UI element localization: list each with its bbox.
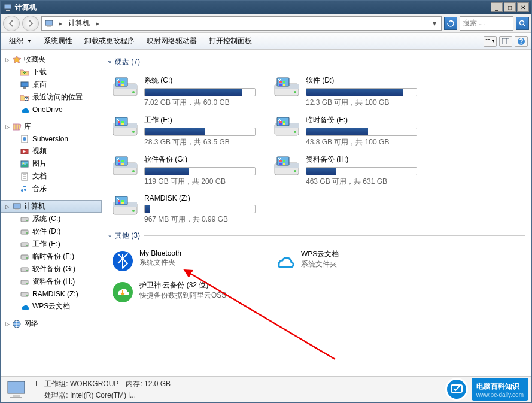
libraries-icon: [12, 122, 22, 132]
svg-rect-43: [118, 81, 120, 83]
svg-rect-98: [13, 395, 20, 397]
drive-usage-bar: [144, 88, 256, 96]
sidebar-item-drive[interactable]: 软件 (D:): [1, 225, 102, 238]
status-hostname: I: [35, 380, 37, 388]
drive-item[interactable]: 资料备份 (H:)463 GB 可用，共 631 GB: [270, 152, 419, 189]
sidebar-favorites-header[interactable]: ▷ 收藏夹: [1, 53, 102, 66]
breadcrumb[interactable]: 计算机: [67, 18, 91, 28]
uninstall-button[interactable]: 卸载或更改程序: [80, 34, 139, 48]
back-button[interactable]: [3, 16, 20, 31]
content-area: ▿ 硬盘 (7) 系统 (C:)7.02 GB 可用，共 60.0 GB软件 (…: [102, 50, 531, 376]
dropdown-icon[interactable]: ▾: [430, 19, 439, 28]
sidebar-item-drive[interactable]: 工作 (E:): [1, 238, 102, 250]
drive-item[interactable]: 临时备份 (F:)43.8 GB 可用，共 100 GB: [270, 113, 419, 150]
bluetooth-icon: [111, 249, 135, 273]
drives-group-header[interactable]: ▿ 硬盘 (7): [108, 57, 525, 67]
sidebar-item-drive[interactable]: 临时备份 (F:): [1, 250, 102, 263]
expand-icon: ▷: [5, 321, 10, 327]
computer-icon: [44, 19, 54, 28]
svg-rect-11: [23, 87, 26, 89]
sidebar-network-header[interactable]: ▷ 网络: [1, 317, 102, 330]
svg-line-5: [524, 25, 525, 26]
map-drive-button[interactable]: 映射网络驱动器: [142, 34, 202, 48]
sidebar-network-label: 网络: [24, 319, 38, 329]
preview-pane-button[interactable]: [499, 36, 512, 47]
address-bar[interactable]: ▸ 计算机 ▸ ▾: [41, 16, 442, 31]
svg-rect-10: [21, 82, 28, 87]
sidebar-item-drive[interactable]: 资料备份 (H:): [1, 275, 102, 288]
drive-usage-bar: [306, 88, 417, 96]
view-options-button[interactable]: ☷▼: [484, 36, 497, 47]
drive-free-text: 967 MB 可用，共 0.99 GB: [144, 214, 256, 225]
sidebar-item-music[interactable]: 音乐: [1, 183, 102, 195]
sidebar-libraries-label: 库: [24, 122, 31, 132]
other-item[interactable]: WPS云文档系统文件夹: [270, 247, 419, 275]
onedrive-icon: [20, 105, 29, 114]
control-panel-button[interactable]: 打开控制面板: [204, 34, 257, 48]
drive-item[interactable]: 软件备份 (G:)119 GB 可用，共 200 GB: [108, 152, 258, 189]
refresh-button[interactable]: [444, 17, 457, 30]
svg-rect-6: [502, 38, 509, 44]
svg-rect-75: [118, 160, 120, 162]
sidebar-item-recent[interactable]: 最近访问的位置: [1, 91, 102, 104]
sidebar-computer-header[interactable]: ▷ 计算机: [1, 200, 102, 213]
sidebar-item-drive[interactable]: RAMDISK (Z:): [1, 288, 102, 300]
sidebar-item-drive[interactable]: 系统 (C:): [1, 213, 102, 225]
system-properties-button[interactable]: 系统属性: [39, 34, 77, 48]
recent-icon: [20, 93, 29, 102]
cloudbackup-icon: [111, 280, 135, 304]
svg-point-14: [23, 137, 26, 141]
sidebar-item-drive[interactable]: 软件备份 (G:): [1, 263, 102, 275]
svg-rect-83: [279, 160, 282, 162]
drive-item[interactable]: 工作 (E:)28.3 GB 可用，共 63.5 GB: [108, 113, 258, 150]
svg-rect-85: [279, 163, 282, 165]
svg-rect-60: [121, 121, 124, 123]
titlebar: 计算机 _ □ ✕: [1, 1, 531, 14]
computer-large-icon: [5, 379, 29, 401]
computer-icon: [3, 2, 13, 12]
sidebar-item-subversion[interactable]: Subversion: [1, 133, 102, 145]
drive-large-icon: [111, 75, 139, 99]
sidebar-item-pictures[interactable]: 图片: [1, 157, 102, 170]
svg-rect-53: [279, 84, 282, 86]
svg-rect-44: [121, 81, 124, 83]
drive-free-text: 12.3 GB 可用，共 100 GB: [306, 98, 417, 108]
maximize-button[interactable]: □: [504, 2, 516, 12]
svg-text:?: ?: [519, 37, 523, 46]
sidebar-item-downloads[interactable]: 下载: [1, 66, 102, 78]
search-input[interactable]: 搜索 ...: [460, 16, 513, 31]
sidebar-item-documents[interactable]: 文档: [1, 170, 102, 183]
other-group-header[interactable]: ▿ 其他 (3): [108, 231, 525, 241]
chevron-down-icon: ▼: [27, 38, 32, 44]
sidebar-item-videos[interactable]: 视频: [1, 145, 102, 157]
chevron-right-icon: ▸: [56, 19, 65, 28]
search-button[interactable]: [516, 17, 529, 30]
drive-item[interactable]: 系统 (C:)7.02 GB 可用，共 60.0 GB: [108, 73, 258, 110]
svg-rect-3: [47, 26, 51, 27]
organize-menu[interactable]: 组织▼: [4, 34, 37, 48]
sidebar-item-onedrive[interactable]: OneDrive: [1, 104, 102, 116]
svg-rect-0: [4, 4, 11, 9]
svg-point-73: [132, 170, 135, 172]
cloud-icon: [20, 302, 29, 311]
help-button[interactable]: ?: [515, 36, 528, 47]
drive-name: 临时备份 (F:): [306, 115, 417, 125]
other-subtitle: 系统文件夹: [301, 259, 339, 269]
other-item[interactable]: My Bluetooth系统文件夹: [108, 247, 258, 275]
drive-large-icon: [272, 75, 301, 99]
drive-item[interactable]: 软件 (D:)12.3 GB 可用，共 100 GB: [270, 73, 419, 110]
svg-point-57: [132, 131, 135, 133]
other-item[interactable]: 护卫神·云备份 (32 位)快捷备份数据到阿里云OSS: [108, 278, 258, 307]
svg-rect-91: [118, 200, 120, 202]
sidebar-item-drive[interactable]: WPS云文档: [1, 300, 102, 313]
drive-large-icon: [111, 154, 139, 178]
sidebar-libraries-header[interactable]: ▷ 库: [1, 120, 102, 133]
close-button[interactable]: ✕: [517, 2, 529, 12]
sidebar-item-desktop[interactable]: 桌面: [1, 78, 102, 91]
other-name: My Bluetooth: [139, 249, 181, 257]
forward-button[interactable]: [22, 16, 39, 31]
drive-item[interactable]: RAMDISK (Z:)967 MB 可用，共 0.99 GB: [108, 192, 258, 227]
svg-rect-54: [283, 84, 285, 86]
drive-free-text: 7.02 GB 可用，共 60.0 GB: [144, 98, 256, 108]
minimize-button[interactable]: _: [491, 2, 503, 12]
